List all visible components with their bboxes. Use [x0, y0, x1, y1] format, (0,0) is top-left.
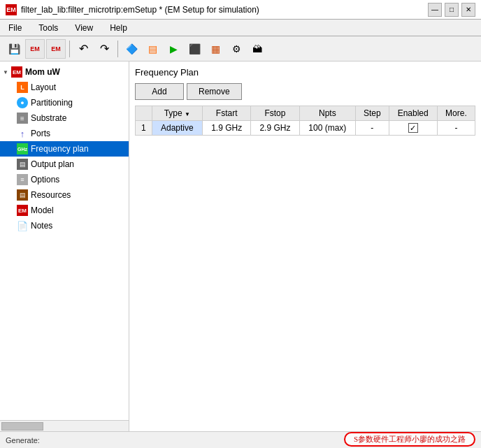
cell-more[interactable]: - [437, 121, 475, 136]
status-overlay: S参数硬件工程师小廖的成功之路 [344, 432, 475, 447]
cell-type[interactable]: Adaptive [152, 121, 202, 136]
sidebar-tree: ▼ EM Mom uW L Layout ● Partitioning ≡ [0, 62, 129, 420]
frequency-icon: GHz [17, 143, 28, 154]
col-fstart[interactable]: Fstart [203, 106, 251, 121]
col-enabled[interactable]: Enabled [389, 106, 437, 121]
resources-label: Resources [31, 190, 71, 200]
menu-view[interactable]: View [69, 22, 99, 34]
col-npts[interactable]: Npts [299, 106, 356, 121]
scroll-thumb[interactable] [1, 422, 43, 431]
separator-2 [117, 41, 118, 57]
minimize-button[interactable]: — [428, 3, 442, 17]
maximize-button[interactable]: □ [445, 3, 459, 17]
layout-button[interactable]: ▤ [143, 39, 162, 59]
terrain-button[interactable]: 🏔 [247, 39, 267, 59]
remove-button[interactable]: Remove [187, 83, 242, 100]
ports-icon: ↑ [17, 128, 28, 139]
menu-file[interactable]: File [3, 22, 27, 34]
ports-label: Ports [31, 129, 50, 138]
window-controls: — □ ✕ [428, 3, 475, 17]
col-type[interactable]: Type ▼ [152, 106, 202, 121]
em-root-icon: EM [11, 66, 22, 78]
save-button[interactable]: 💾 [4, 39, 24, 59]
title-bar-left: EM filter_lab_lib:filter_microtrip:emSet… [6, 4, 259, 15]
sidebar-item-model[interactable]: EM Model [0, 203, 129, 218]
table-row[interactable]: 1 Adaptive 1.9 GHz 2.9 GHz 100 (max) - ✓… [136, 121, 475, 136]
type-sort-arrow: ▼ [185, 111, 190, 117]
partitioning-icon: ● [17, 97, 28, 108]
sidebar-item-ports[interactable]: ↑ Ports [0, 126, 129, 141]
menu-tools[interactable]: Tools [33, 22, 64, 34]
substrate-label: Substrate [31, 113, 66, 123]
settings-button[interactable]: ⚙ [227, 39, 246, 59]
cell-fstart[interactable]: 1.9 GHz [203, 121, 251, 136]
col-num [136, 106, 152, 121]
cell-npts[interactable]: 100 (max) [299, 121, 356, 136]
sidebar-item-notes[interactable]: 📄 Notes [0, 218, 129, 233]
output-icon: ▤ [17, 159, 28, 170]
expand-arrow: ▼ [3, 69, 8, 75]
status-text: Generate: [6, 436, 40, 445]
partitioning-label: Partitioning [31, 98, 73, 108]
sidebar-item-options[interactable]: ≡ Options [0, 172, 129, 187]
sidebar-item-resources[interactable]: ▤ Resources [0, 187, 129, 203]
3d-button[interactable]: ⬛ [185, 39, 204, 59]
notes-label: Notes [31, 221, 52, 231]
toolbar: 💾 EM EM ↶ ↷ 🔷 ▤ ▶ ⬛ ▦ ⚙ 🏔 [0, 36, 481, 62]
title-bar: EM filter_lab_lib:filter_microtrip:emSet… [0, 0, 481, 20]
col-more[interactable]: More. [437, 106, 475, 121]
sidebar-item-layout[interactable]: L Layout [0, 80, 129, 95]
action-buttons: Add Remove [135, 83, 475, 100]
options-icon: ≡ [17, 174, 28, 185]
model-label: Model [31, 205, 54, 215]
substrate-icon: ≡ [17, 113, 28, 124]
sidebar-item-output-plan[interactable]: ▤ Output plan [0, 157, 129, 172]
em-button-1[interactable]: EM [25, 39, 45, 59]
sidebar-item-partitioning[interactable]: ● Partitioning [0, 95, 129, 110]
sidebar-scrollbar[interactable] [0, 420, 129, 431]
output-plan-label: Output plan [31, 159, 74, 169]
model-icon: EM [17, 205, 28, 216]
cell-step[interactable]: - [356, 121, 389, 136]
layout-icon: L [17, 82, 28, 93]
content-area: Frequency Plan Add Remove Type ▼ Fstart … [129, 62, 481, 431]
enabled-checkbox[interactable]: ✓ [408, 123, 418, 133]
undo-button[interactable]: ↶ [73, 39, 93, 59]
frequency-table: Type ▼ Fstart Fstop Npts Step Enabled Mo… [135, 106, 475, 136]
window-title: filter_lab_lib:filter_microtrip:emSetup … [21, 5, 259, 15]
cell-fstop[interactable]: 2.9 GHz [251, 121, 299, 136]
status-bar: Generate: S参数硬件工程师小廖的成功之路 [0, 431, 481, 448]
sidebar-root-label: Mom uW [25, 67, 60, 77]
options-label: Options [31, 175, 59, 185]
resources-icon: ▤ [17, 189, 28, 201]
notes-icon: 📄 [17, 220, 28, 231]
sidebar-item-substrate[interactable]: ≡ Substrate [0, 110, 129, 126]
add-button[interactable]: Add [135, 83, 184, 100]
schematic-button[interactable]: 🔷 [122, 39, 141, 59]
menu-bar: File Tools View Help [0, 20, 481, 36]
frequency-plan-label: Frequency plan [31, 144, 89, 154]
cell-enabled[interactable]: ✓ [389, 121, 437, 136]
sidebar: ▼ EM Mom uW L Layout ● Partitioning ≡ [0, 62, 129, 431]
redo-button[interactable]: ↷ [94, 39, 114, 59]
separator-1 [69, 41, 70, 57]
sidebar-root[interactable]: ▼ EM Mom uW [0, 64, 129, 80]
col-fstop[interactable]: Fstop [251, 106, 299, 121]
close-button[interactable]: ✕ [461, 3, 475, 17]
section-title: Frequency Plan [135, 67, 475, 78]
main-container: ▼ EM Mom uW L Layout ● Partitioning ≡ [0, 62, 481, 431]
em-button-2[interactable]: EM [46, 39, 66, 59]
layout-label: Layout [31, 82, 56, 92]
sidebar-item-frequency-plan[interactable]: GHz Frequency plan [0, 141, 129, 157]
row-num: 1 [136, 121, 152, 136]
run-button[interactable]: ▶ [164, 39, 183, 59]
app-icon: EM [6, 4, 17, 15]
menu-help[interactable]: Help [104, 22, 133, 34]
col-step[interactable]: Step [356, 106, 389, 121]
results-button[interactable]: ▦ [206, 39, 225, 59]
